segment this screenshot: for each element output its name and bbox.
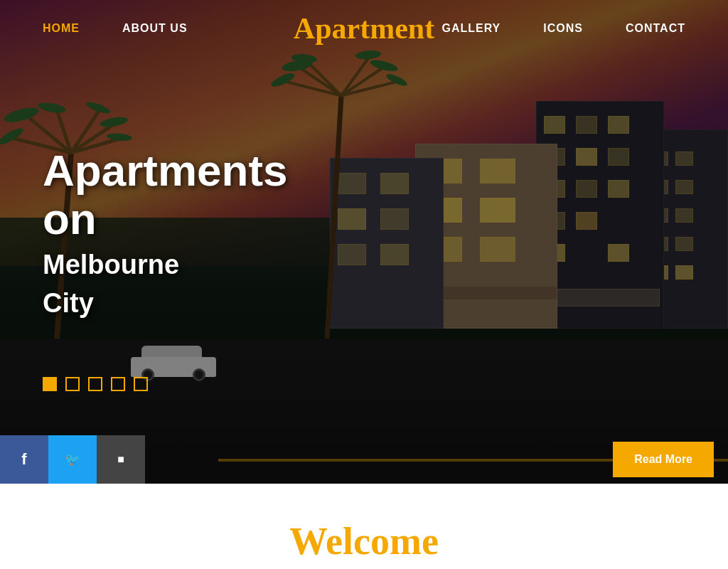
twitter-button[interactable]: 🐦 [48, 435, 97, 484]
svg-point-23 [369, 58, 399, 73]
hero-title-line1: Apartments [43, 147, 288, 195]
slider-dot-1[interactable] [43, 377, 57, 391]
slider-dot-3[interactable] [88, 377, 102, 391]
welcome-section: Welcome [0, 484, 728, 569]
nav-gallery[interactable]: GALLERY [441, 22, 500, 35]
slider-dot-5[interactable] [134, 377, 148, 391]
facebook-button[interactable]: f [0, 435, 48, 484]
hero-section: Apartments on Melbourne City f 🐦 ■ Read … [0, 0, 728, 484]
site-logo[interactable]: Apartment [294, 11, 434, 46]
svg-point-8 [0, 125, 25, 147]
nav-contact[interactable]: CONTACT [626, 22, 685, 35]
rss-button[interactable]: ■ [97, 435, 145, 484]
svg-point-10 [99, 115, 128, 129]
nav-icons[interactable]: ICONS [543, 22, 583, 35]
hero-subtitle-line2: City [43, 287, 288, 320]
hero-content: Apartments on Melbourne City [43, 147, 288, 320]
nav-right: GALLERY ICONS CONTACT [441, 22, 685, 35]
navigation: HOME ABOUT US Apartment GALLERY ICONS CO… [0, 0, 728, 57]
slider-dot-4[interactable] [111, 377, 125, 391]
nav-home[interactable]: HOME [43, 22, 80, 35]
hero-bottom-bar: f 🐦 ■ Read More [0, 435, 728, 484]
slider-dot-2[interactable] [65, 377, 80, 391]
nav-left: HOME ABOUT US [43, 22, 188, 35]
read-more-button[interactable]: Read More [613, 442, 714, 477]
svg-line-13 [327, 95, 341, 339]
twitter-icon: 🐦 [65, 452, 80, 467]
svg-point-24 [385, 72, 408, 88]
svg-point-21 [269, 70, 296, 89]
rss-icon: ■ [117, 453, 124, 466]
hero-subtitle-line1: Melbourne [43, 249, 288, 282]
welcome-title: Welcome [43, 519, 685, 563]
slider-dots [43, 377, 148, 391]
facebook-icon: f [21, 450, 26, 469]
social-buttons: f 🐦 ■ [0, 435, 145, 484]
svg-point-9 [37, 101, 66, 115]
nav-about[interactable]: ABOUT US [122, 22, 188, 35]
hero-title-line2: on [43, 195, 288, 243]
